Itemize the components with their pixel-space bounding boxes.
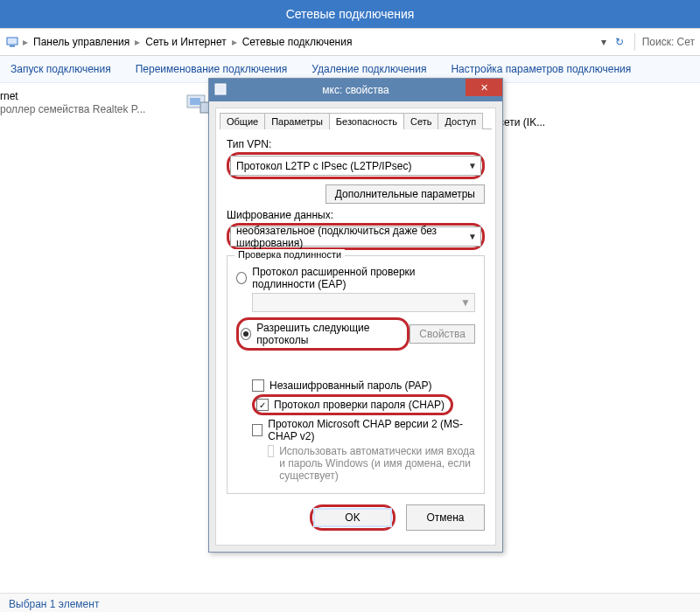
check-chap[interactable]: ✓ Протокол проверки пароля (CHAP) bbox=[256, 398, 450, 412]
dialog-body: Общие Параметры Безопасность Сеть Доступ… bbox=[215, 108, 496, 546]
radio-allow-label: Разрешить следующие протоколы bbox=[256, 322, 401, 346]
breadcrumb-item[interactable]: Сеть и Интернет bbox=[144, 34, 228, 50]
cmd-start-connection[interactable]: Запуск подключения bbox=[10, 63, 111, 75]
radio-icon bbox=[236, 272, 247, 284]
vpn-type-select[interactable]: Протокол L2TP с IPsec (L2TP/IPsec) ▼ bbox=[230, 156, 481, 176]
radio-allow-protocols[interactable]: Разрешить следующие протоколы bbox=[240, 321, 406, 347]
dialog-footer: OK Отмена bbox=[216, 497, 495, 538]
tab-general[interactable]: Общие bbox=[220, 113, 265, 129]
dialog-icon bbox=[214, 83, 227, 95]
check-pap-label: Незашифрованный пароль (PAP) bbox=[270, 379, 432, 392]
toolbar-divider bbox=[634, 33, 635, 51]
tab-options[interactable]: Параметры bbox=[264, 113, 330, 129]
chevron-down-icon: ▼ bbox=[468, 161, 477, 170]
dialog-title: мкс: свойства bbox=[322, 84, 388, 96]
status-bar: Выбран 1 элемент bbox=[0, 593, 700, 612]
additional-params-button[interactable]: Дополнительные параметры bbox=[326, 184, 485, 204]
connection-device: роллер семейства Realtek P... bbox=[0, 103, 210, 116]
check-chap-label: Протокол проверки пароля (CHAP) bbox=[274, 399, 444, 411]
vpn-type-label: Тип VPN: bbox=[227, 138, 485, 150]
encryption-select[interactable]: необязательное (подключиться даже без ши… bbox=[230, 226, 481, 247]
tab-access[interactable]: Доступ bbox=[438, 113, 483, 129]
chevron-right-icon: ▸ bbox=[232, 36, 237, 48]
close-icon: ✕ bbox=[480, 82, 488, 94]
refresh-icon[interactable]: ↻ bbox=[612, 36, 627, 48]
nav-computer-icon[interactable] bbox=[5, 35, 19, 49]
security-panel: Тип VPN: Протокол L2TP с IPsec (L2TP/IPs… bbox=[216, 129, 495, 497]
checkbox-icon bbox=[268, 445, 274, 457]
chevron-right-icon: ▸ bbox=[135, 36, 140, 48]
connection-item[interactable]: rnet роллер семейства Realtek P... bbox=[0, 90, 210, 116]
breadcrumb-item[interactable]: Сетевые подключения bbox=[241, 34, 354, 50]
check-mschap-label: Протокол Microsoft CHAP версии 2 (MS-CHA… bbox=[268, 418, 475, 442]
svg-rect-1 bbox=[10, 45, 15, 47]
auth-legend: Проверка подлинности bbox=[234, 249, 345, 260]
status-text: Выбран 1 элемент bbox=[9, 598, 99, 610]
svg-rect-0 bbox=[7, 38, 18, 45]
tab-network[interactable]: Сеть bbox=[403, 113, 438, 129]
check-mschap[interactable]: Протокол Microsoft CHAP версии 2 (MS-CHA… bbox=[252, 418, 475, 442]
window-titlebar: Сетевые подключения bbox=[0, 0, 700, 28]
cmd-rename-connection[interactable]: Переименование подключения bbox=[136, 63, 288, 75]
content-area: rnet роллер семейства Realtek P... s й с… bbox=[0, 83, 700, 612]
ok-button[interactable]: OK bbox=[313, 508, 392, 527]
chevron-right-icon: ▸ bbox=[23, 36, 28, 48]
check-auto-label: Использовать автоматически имя входа и п… bbox=[279, 445, 475, 482]
cmd-delete-connection[interactable]: Удаление подключения bbox=[312, 63, 426, 75]
tab-strip: Общие Параметры Безопасность Сеть Доступ bbox=[216, 108, 495, 129]
breadcrumb-item[interactable]: Панель управления bbox=[32, 34, 131, 50]
check-auto-credentials: Использовать автоматически имя входа и п… bbox=[268, 445, 475, 482]
address-dropdown[interactable]: ▾ bbox=[598, 36, 610, 48]
search-input[interactable]: Поиск: Сет bbox=[642, 36, 695, 48]
dialog-titlebar: мкс: свойства ✕ bbox=[209, 79, 502, 101]
connection-name: rnet bbox=[0, 90, 210, 103]
tab-security[interactable]: Безопасность bbox=[329, 113, 404, 129]
encryption-value: необязательное (подключиться даже без ши… bbox=[236, 225, 468, 249]
explorer-toolbar: ▸ Панель управления ▸ Сеть и Интернет ▸ … bbox=[0, 28, 700, 56]
radio-icon bbox=[241, 328, 251, 340]
radio-eap[interactable]: Протокол расширенной проверки подлинност… bbox=[236, 266, 475, 290]
radio-eap-label: Протокол расширенной проверки подлинност… bbox=[252, 266, 475, 290]
chevron-down-icon: ▼ bbox=[460, 296, 471, 309]
cancel-button[interactable]: Отмена bbox=[406, 504, 485, 531]
svg-rect-5 bbox=[215, 84, 226, 94]
eap-method-select: ▼ bbox=[252, 293, 475, 312]
encryption-label: Шифрование данных: bbox=[227, 209, 485, 221]
check-pap[interactable]: Незашифрованный пароль (PAP) bbox=[252, 379, 475, 392]
properties-button: Свойства bbox=[410, 324, 475, 344]
vpn-type-value: Протокол L2TP с IPsec (L2TP/IPsec) bbox=[236, 160, 411, 172]
auth-group: Проверка подлинности Протокол расширенно… bbox=[227, 255, 485, 494]
close-button[interactable]: ✕ bbox=[466, 79, 502, 96]
chevron-down-icon: ▼ bbox=[468, 232, 477, 241]
svg-rect-4 bbox=[190, 98, 200, 105]
window-title: Сетевые подключения bbox=[286, 7, 415, 21]
checkbox-icon: ✓ bbox=[256, 399, 269, 411]
properties-dialog: мкс: свойства ✕ Общие Параметры Безопасн… bbox=[208, 78, 503, 553]
cmd-configure-connection[interactable]: Настройка параметров подключения bbox=[451, 63, 631, 75]
checkbox-icon bbox=[252, 379, 264, 392]
checkbox-icon bbox=[252, 424, 262, 436]
